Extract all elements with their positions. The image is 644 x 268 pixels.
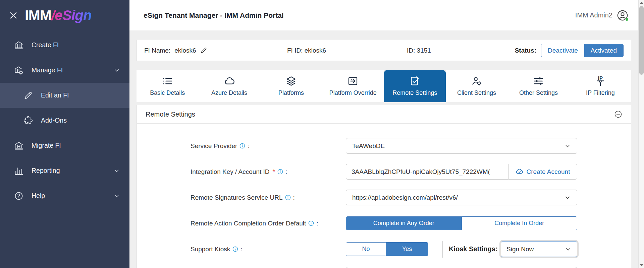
status-block: Status: Deactivate Activated [515, 44, 624, 57]
remote-settings-form: Service Provider : TeAWebDE [137, 124, 631, 268]
tab-label: Basic Details [150, 89, 185, 96]
pencil-icon [23, 91, 33, 100]
complete-any-order-button[interactable]: Complete in Any Order [346, 217, 462, 230]
info-icon[interactable] [308, 220, 314, 226]
sidebar-item-manage-fi[interactable]: Manage FI [0, 58, 129, 83]
collapse-icon[interactable] [614, 110, 622, 118]
tab-platform-override[interactable]: Platform Override [322, 70, 384, 102]
service-url-row: Remote Signatures Service URL : https://… [137, 185, 631, 210]
bar-chart-icon [14, 166, 23, 176]
integration-key-input[interactable] [346, 164, 508, 180]
page-title: eSign Tenant Manager - IMM Admin Portal [144, 11, 284, 19]
layers-icon [286, 76, 297, 86]
tab-platforms[interactable]: Platforms [260, 70, 322, 102]
fi-id-label: FI ID: [287, 47, 303, 54]
sidebar-item-edit-an-fi[interactable]: Edit an FI [0, 83, 129, 108]
sidebar-item-reporting[interactable]: Reporting [0, 158, 129, 183]
deactivate-button[interactable]: Deactivate [541, 44, 584, 57]
kiosk-settings-label: Kiosk Settings: [449, 245, 498, 253]
chevron-down-icon [113, 193, 120, 199]
tab-azure-details[interactable]: Azure Details [198, 70, 260, 102]
sidebar-item-label: Create FI [32, 41, 59, 49]
sidebar: IMM/eSign Create FI Manage FI [0, 0, 129, 268]
tab-label: Platforms [278, 89, 304, 96]
sidebar-item-label: Migrate FI [32, 142, 61, 149]
fi-name-value: ekiosk6 [174, 47, 196, 54]
info-icon[interactable] [285, 195, 291, 200]
chevron-down-icon [113, 67, 120, 74]
bank-gear-icon [14, 66, 23, 75]
chevron-down-icon [113, 168, 120, 174]
bank-icon [14, 41, 23, 50]
sidebar-item-add-ons[interactable]: Add-Ons [0, 108, 129, 133]
logo-esign-text: /eSign [51, 7, 92, 23]
sidebar-item-help[interactable]: Help [0, 183, 129, 208]
selected-value: Sign Now [506, 246, 534, 253]
sidebar-item-label: Edit an FI [41, 91, 69, 99]
activated-button[interactable]: Activated [584, 44, 623, 57]
chevron-down-icon [564, 143, 571, 149]
fi-id-value: ekiosk6 [305, 47, 326, 54]
tab-ip-filtering[interactable]: IP IP Filtering [570, 70, 631, 102]
info-icon[interactable] [277, 169, 283, 175]
sliders-icon [533, 76, 544, 86]
edit-fi-name-icon[interactable] [200, 47, 207, 54]
fi-name-block: FI Name: ekiosk6 [144, 47, 287, 54]
tab-label: Platform Override [329, 89, 377, 96]
tab-other-settings[interactable]: Other Settings [507, 70, 569, 102]
tab-remote-settings[interactable]: Remote Settings [384, 70, 446, 102]
user-gear-icon [471, 76, 482, 86]
required-mark: * [273, 168, 275, 176]
integration-key-control: Create Account [346, 164, 577, 180]
complete-in-order-button[interactable]: Complete In Order [462, 217, 577, 230]
sidebar-item-label: Help [32, 192, 45, 200]
service-provider-label: Service Provider : [191, 142, 346, 150]
service-url-select[interactable]: https://api.adobesign.com/api/rest/v6/ [346, 190, 577, 205]
section-title: Remote Settings [146, 111, 195, 118]
info-icon[interactable] [239, 143, 245, 149]
scroll-down-arrow[interactable] [639, 263, 644, 268]
service-provider-row: Service Provider : TeAWebDE [137, 133, 631, 159]
sidebar-item-create-fi[interactable]: Create FI [0, 32, 129, 58]
avatar[interactable] [617, 10, 628, 21]
app-logo: IMM/eSign [25, 7, 92, 23]
create-account-button[interactable]: Create Account [508, 164, 577, 180]
integration-key-group: Create Account [346, 164, 577, 180]
service-provider-select[interactable]: TeAWebDE [346, 138, 577, 154]
tab-label: Azure Details [211, 89, 247, 96]
bank-migrate-icon [14, 141, 23, 150]
top-header: eSign Tenant Manager - IMM Admin Portal … [129, 0, 638, 31]
tab-label: Remote Settings [392, 89, 437, 96]
cloud-icon [224, 76, 235, 86]
id-value: 3151 [417, 47, 431, 54]
info-icon[interactable] [232, 246, 238, 252]
tab-basic-details[interactable]: Basic Details [137, 70, 198, 102]
selected-value: TeAWebDE [352, 142, 385, 150]
fi-info-bar: FI Name: ekiosk6 FI ID: ekiosk6 ID: 3151… [137, 40, 631, 61]
scrollbar-thumb[interactable] [639, 6, 644, 75]
page-scrollbar[interactable] [638, 0, 644, 268]
ip-filter-icon: IP [595, 76, 606, 86]
tab-client-settings[interactable]: Client Settings [446, 70, 507, 102]
document-check-icon [410, 76, 420, 86]
id-label: ID: [407, 47, 415, 54]
sidebar-header: IMM/eSign [0, 0, 129, 31]
sidebar-item-label: Reporting [32, 167, 60, 175]
chevron-down-icon [565, 246, 572, 253]
kiosk-no-button[interactable]: No [346, 243, 386, 256]
fi-name-label: FI Name: [144, 47, 170, 54]
scroll-up-arrow[interactable] [639, 0, 644, 5]
kiosk-settings-select[interactable]: Sign Now [501, 241, 577, 257]
remote-settings-panel: Remote Settings Service Provider : [137, 105, 631, 268]
sidebar-nav: Create FI Manage FI Edit an FI [0, 31, 129, 208]
chevron-down-icon [564, 194, 571, 201]
sidebar-item-migrate-fi[interactable]: Migrate FI [0, 133, 129, 158]
service-url-control: https://api.adobesign.com/api/rest/v6/ [346, 190, 577, 205]
kiosk-yes-button[interactable]: Yes [386, 243, 428, 256]
close-icon[interactable] [9, 11, 18, 20]
help-icon [14, 191, 23, 201]
sidebar-item-label: Add-Ons [41, 117, 67, 124]
completion-order-row: Remote Action Completion Order Default :… [137, 210, 631, 236]
create-account-label: Create Account [527, 168, 570, 176]
completion-order-label: Remote Action Completion Order Default : [191, 220, 346, 227]
